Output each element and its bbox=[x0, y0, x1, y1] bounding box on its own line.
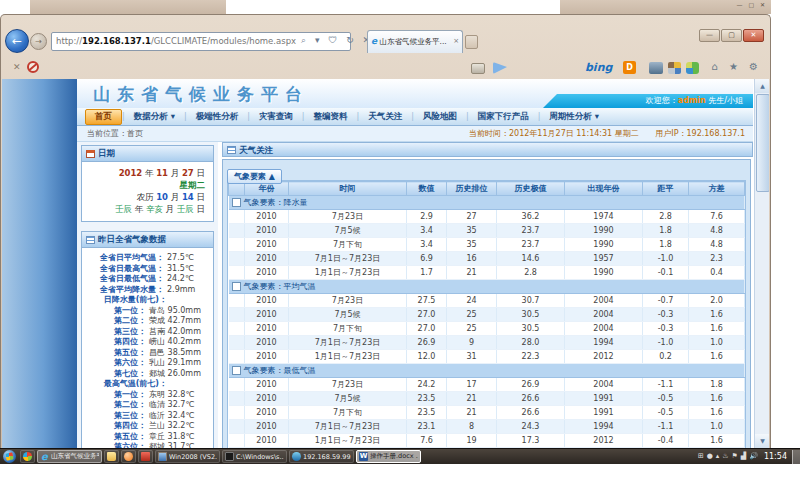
close-button[interactable]: ✕ bbox=[743, 29, 764, 42]
taskbar-clock[interactable]: 11:54 bbox=[764, 452, 787, 461]
element-selector-button[interactable]: 气象要素 ▲ bbox=[227, 169, 282, 184]
tab-close-icon[interactable]: × bbox=[453, 31, 459, 52]
task-label: C:\Windows\s... bbox=[236, 453, 284, 461]
tray-action-center-flag-icon[interactable]: ⚑ bbox=[732, 450, 738, 463]
notification-close-icon[interactable]: ✕ bbox=[13, 62, 21, 72]
taskbar-explorer[interactable] bbox=[104, 450, 119, 463]
start-button[interactable] bbox=[3, 450, 16, 463]
page-scrollbar[interactable]: ▲ ▼ bbox=[754, 79, 769, 448]
taskbar-task-vm[interactable]: Win2008 (VS2... bbox=[155, 450, 220, 463]
table-row[interactable]: 20107月1日～7月23日23.1824.31994-1.11.0 bbox=[229, 420, 745, 434]
table-row[interactable]: 20107月5候23.52126.61991-0.51.6 bbox=[229, 392, 745, 406]
table-row[interactable]: 20107月23日24.21726.92004-1.11.8 bbox=[229, 378, 745, 392]
table-row[interactable]: 20101月1日～7月23日7.61917.32012-0.41.6 bbox=[229, 434, 745, 448]
forward-button[interactable]: → bbox=[30, 33, 47, 50]
addon-icon-3[interactable] bbox=[686, 62, 699, 74]
maximize-button[interactable]: ▢ bbox=[721, 29, 742, 42]
ranking-label: 第一位： bbox=[84, 306, 146, 317]
mail-icon[interactable] bbox=[471, 63, 485, 74]
group-checkbox[interactable] bbox=[232, 282, 241, 291]
welcome-prefix: 欢迎您： bbox=[646, 96, 678, 105]
table-row[interactable]: 20101月1日～7月23日1.7212.81990-0.10.4 bbox=[229, 266, 745, 280]
tray-grid-icon[interactable]: ⊞ bbox=[698, 450, 704, 463]
table-row[interactable]: 20107月1日～7月23日6.91614.61957-1.02.3 bbox=[229, 252, 745, 266]
table-cell: 1.8 bbox=[643, 224, 689, 238]
table-cell: 2010 bbox=[245, 266, 289, 280]
taskbar-task-cmd[interactable]: C:\Windows\s... bbox=[222, 450, 287, 463]
ranking-item: 第一位：青岛 95.0mm bbox=[84, 306, 210, 317]
taskbar-ie-window[interactable]: e山东省气候业务平... bbox=[37, 450, 102, 463]
orange-app-tile-icon[interactable]: D bbox=[623, 61, 636, 74]
new-tab-button[interactable] bbox=[465, 35, 478, 49]
table-cell: 2010 bbox=[245, 336, 289, 350]
group-checkbox[interactable] bbox=[232, 366, 241, 375]
address-bar-icons[interactable]: ⌕ ▾ 🛡 ↻ ✕ bbox=[301, 35, 373, 46]
table-row[interactable]: 20107月1日～7月23日26.9928.01994-1.01.0 bbox=[229, 336, 745, 350]
ranking-item: 第二位：荣成 42.7mm bbox=[84, 316, 210, 327]
table-row[interactable]: 20101月1日～7月23日12.03122.320120.21.6 bbox=[229, 350, 745, 364]
tray-flame-icon[interactable]: ♨ bbox=[722, 450, 728, 463]
nav-item-4[interactable]: 灾害查询 bbox=[250, 110, 302, 124]
taskbar-task-doc[interactable]: W操作手册.docx ... bbox=[356, 450, 421, 463]
nav-item-8[interactable]: 国家下行产品 bbox=[469, 110, 538, 124]
table-cell: 25 bbox=[447, 308, 497, 322]
task-label: Win2008 (VS2... bbox=[169, 453, 217, 461]
table-cell: 2004 bbox=[565, 294, 643, 308]
table-cell: 1.6 bbox=[689, 322, 745, 336]
send-icon[interactable] bbox=[493, 62, 507, 74]
table-row[interactable]: 20107月5候3.43523.719901.84.8 bbox=[229, 224, 745, 238]
table-row[interactable]: 20107月下旬27.02530.52004-0.31.6 bbox=[229, 322, 745, 336]
table-row[interactable]: 20107月23日27.52430.72004-0.72.0 bbox=[229, 294, 745, 308]
nav-item-5[interactable]: 整编资料 bbox=[305, 110, 357, 124]
scroll-up-arrow[interactable]: ▲ bbox=[755, 79, 769, 93]
tray-hidden-icons-chevron[interactable]: ▴ bbox=[716, 450, 720, 463]
nav-item-6[interactable]: 天气关注 bbox=[359, 110, 411, 124]
nav-item-3[interactable]: 极端性分析 bbox=[187, 110, 248, 124]
tray-app-icon[interactable]: ● bbox=[707, 450, 713, 463]
table-cell: 30.7 bbox=[497, 294, 565, 308]
home-favorites-settings-icons[interactable]: ⌂ ★ ⚙ bbox=[711, 61, 762, 72]
row-checkbox-cell bbox=[229, 210, 245, 224]
taskbar-app-orange[interactable] bbox=[121, 450, 136, 463]
bing-logo[interactable]: bing bbox=[585, 61, 612, 74]
show-desktop-button[interactable] bbox=[792, 450, 800, 464]
browser-tab[interactable]: e 山东省气候业务平... × bbox=[367, 30, 463, 53]
table-cell: -0.7 bbox=[643, 294, 689, 308]
table-cell: 0.2 bbox=[643, 350, 689, 364]
tray-network-icon[interactable]: ▟ bbox=[741, 450, 746, 463]
table-row[interactable]: 20107月23日2.92736.219742.87.6 bbox=[229, 210, 745, 224]
table-row[interactable]: 20107月5候27.02530.52004-0.31.6 bbox=[229, 308, 745, 322]
taskbar-task-remote[interactable]: 192.168.59.99... bbox=[289, 450, 354, 463]
nav-item-1[interactable]: 首页 bbox=[85, 109, 122, 125]
ranking-value: 东明 32.8℃ bbox=[146, 390, 194, 401]
group-checkbox[interactable] bbox=[232, 198, 241, 207]
back-button[interactable]: ← bbox=[5, 29, 29, 53]
nav-item-9[interactable]: 周期性分析 ▾ bbox=[540, 110, 608, 124]
browser-viewport: 山东省气候业务平台 欢迎您：admin 先生/小姐 首页|数据分析 ▾|极端性分… bbox=[2, 79, 769, 448]
scrollbar-thumb[interactable] bbox=[756, 94, 769, 192]
calendar-body: 2012 年 11 月 27 日 星期二 农历 10 月 14 日 壬辰 年 bbox=[82, 162, 213, 221]
nav-item-2[interactable]: 数据分析 ▾ bbox=[125, 110, 184, 124]
table-cell: 7月23日 bbox=[289, 294, 407, 308]
table-cell: -0.3 bbox=[643, 322, 689, 336]
table-row[interactable]: 20107月下旬3.43523.719901.84.8 bbox=[229, 238, 745, 252]
ranking-label: 第七位： bbox=[84, 369, 146, 380]
group-header-row: 气象要素：平均气温 bbox=[229, 280, 745, 294]
addon-icon-2[interactable] bbox=[668, 62, 681, 74]
table-cell: -0.1 bbox=[643, 266, 689, 280]
table-cell: 4.8 bbox=[689, 238, 745, 252]
row-checkbox-cell bbox=[229, 224, 245, 238]
nav-item-7[interactable]: 风险地图 bbox=[414, 110, 466, 124]
minimize-button[interactable]: — bbox=[699, 29, 720, 42]
weather-stat: 全省日最低气温：24.2℃ bbox=[84, 274, 210, 285]
scroll-down-arrow[interactable]: ▼ bbox=[755, 434, 769, 448]
table-cell: 1.6 bbox=[689, 392, 745, 406]
ranking-item: 第五位：章丘 31.8℃ bbox=[84, 432, 210, 443]
tray-speaker-icon[interactable]: 🔊 bbox=[749, 450, 758, 463]
table-row[interactable]: 20107月下旬23.52126.61991-0.51.6 bbox=[229, 406, 745, 420]
taskbar-pinned-app[interactable] bbox=[20, 450, 35, 463]
table-cell: 14.6 bbox=[497, 252, 565, 266]
ranking-label: 第二位： bbox=[84, 400, 146, 411]
addon-icon-1[interactable] bbox=[649, 62, 663, 74]
taskbar-app-red[interactable] bbox=[138, 450, 153, 463]
